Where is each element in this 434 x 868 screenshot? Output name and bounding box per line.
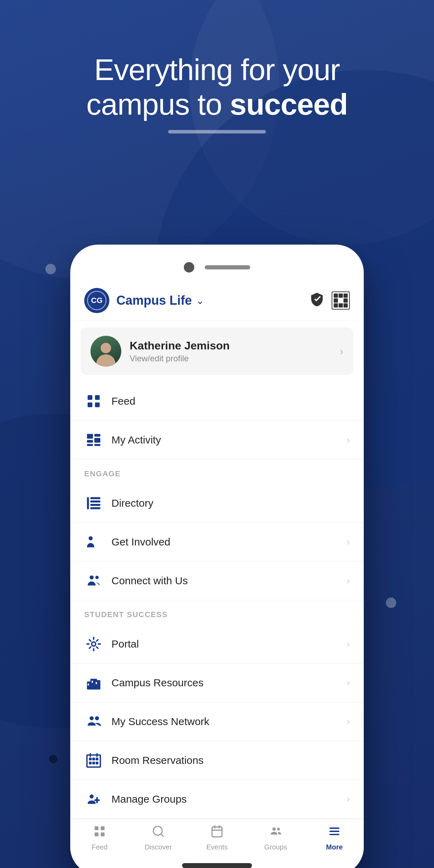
header-icons <box>309 291 350 310</box>
get-involved-label: Get Involved <box>111 536 347 548</box>
profile-subtitle: View/edit profile <box>130 354 340 363</box>
room-reservations-label: Room Reservations <box>111 754 350 766</box>
get-involved-chevron-icon: › <box>347 536 350 548</box>
svg-rect-5 <box>94 434 100 437</box>
connect-with-us-label: Connect with Us <box>111 575 347 587</box>
svg-rect-1 <box>95 395 100 400</box>
svg-rect-4 <box>87 434 93 439</box>
svg-rect-30 <box>89 762 92 765</box>
hero-section: Everything for your campus to succeed <box>0 52 434 133</box>
svg-rect-26 <box>87 755 100 767</box>
my-success-network-chevron-icon: › <box>347 716 350 727</box>
tab-feed-icon <box>93 825 106 841</box>
tab-more[interactable]: More <box>305 825 364 851</box>
shield-icon[interactable] <box>309 291 325 310</box>
home-indicator <box>182 863 252 868</box>
profile-card[interactable]: Katherine Jemison View/edit profile › <box>81 327 353 375</box>
svg-rect-6 <box>87 440 93 443</box>
directory-label: Directory <box>111 497 350 509</box>
speaker-bar <box>205 265 250 269</box>
app-name[interactable]: Campus Life <box>116 293 192 308</box>
my-activity-chevron-icon: › <box>347 434 350 446</box>
decoration-dot-3 <box>49 755 57 763</box>
qr-code-icon[interactable] <box>332 291 350 310</box>
svg-rect-3 <box>95 403 100 407</box>
svg-rect-2 <box>88 403 92 407</box>
tab-discover-icon <box>152 825 165 841</box>
get-involved-icon <box>84 533 103 551</box>
svg-rect-34 <box>95 826 99 830</box>
svg-rect-31 <box>92 762 95 765</box>
feed-label: Feed <box>111 395 350 407</box>
phone-screen: CG Campus Life ⌄ <box>70 245 364 868</box>
menu-item-manage-groups[interactable]: Manage Groups › <box>70 780 364 819</box>
svg-rect-9 <box>94 444 100 446</box>
svg-point-17 <box>92 642 96 646</box>
activity-icon <box>84 431 103 449</box>
profile-name: Katherine Jemison <box>130 339 340 352</box>
svg-rect-8 <box>87 444 93 446</box>
tab-feed[interactable]: Feed <box>70 825 129 851</box>
app-name-chevron-icon[interactable]: ⌄ <box>196 295 204 306</box>
hero-line1: Everything for your <box>94 53 340 86</box>
hero-line2: campus to succeed <box>86 87 348 121</box>
tab-more-icon <box>328 825 341 841</box>
student-success-section-header: STUDENT SUCCESS <box>70 600 364 625</box>
tab-groups[interactable]: Groups <box>246 825 305 851</box>
campus-resources-chevron-icon: › <box>347 677 350 688</box>
avatar <box>91 336 121 367</box>
svg-rect-32 <box>96 762 99 765</box>
profile-chevron-icon: › <box>340 345 343 358</box>
svg-rect-7 <box>94 438 100 442</box>
connect-icon <box>84 571 103 590</box>
menu-item-room-reservations[interactable]: Room Reservations <box>70 741 364 780</box>
svg-rect-43 <box>330 831 340 832</box>
menu-item-my-activity[interactable]: My Activity › <box>70 421 364 460</box>
svg-rect-42 <box>330 827 340 829</box>
svg-rect-36 <box>95 832 99 836</box>
svg-rect-10 <box>87 497 89 509</box>
svg-rect-11 <box>90 497 100 499</box>
phone-mockup: CG Campus Life ⌄ <box>70 245 364 868</box>
app-logo-inner: CG <box>87 291 107 310</box>
menu-item-directory[interactable]: Directory <box>70 484 364 523</box>
tab-discover[interactable]: Discover <box>129 825 188 851</box>
connect-with-us-chevron-icon: › <box>347 575 350 586</box>
svg-point-15 <box>90 576 94 580</box>
menu-item-feed[interactable]: Feed <box>70 382 364 421</box>
tab-events-icon <box>210 825 224 841</box>
hero-underline <box>168 130 266 133</box>
svg-point-24 <box>90 716 94 721</box>
tab-bar: Feed Discover <box>70 819 364 860</box>
svg-rect-20 <box>95 680 100 689</box>
svg-rect-28 <box>92 758 95 760</box>
portal-label: Portal <box>111 638 347 650</box>
tab-more-label: More <box>326 843 343 851</box>
svg-rect-39 <box>212 827 222 837</box>
svg-rect-14 <box>90 507 100 509</box>
tab-groups-icon <box>269 825 282 841</box>
directory-icon <box>84 494 103 513</box>
svg-rect-22 <box>92 681 93 683</box>
svg-rect-37 <box>101 832 104 836</box>
svg-rect-44 <box>330 834 340 835</box>
decoration-dot-1 <box>45 264 56 274</box>
menu-item-campus-resources[interactable]: Campus Resources › <box>70 664 364 702</box>
menu-item-portal[interactable]: Portal › <box>70 625 364 664</box>
profile-info: Katherine Jemison View/edit profile <box>130 339 340 363</box>
my-activity-label: My Activity <box>111 434 347 446</box>
menu-item-my-success-network[interactable]: My Success Network › <box>70 702 364 741</box>
svg-point-16 <box>95 576 99 579</box>
svg-rect-0 <box>88 395 92 400</box>
svg-rect-13 <box>90 504 100 506</box>
phone-notch <box>70 259 364 281</box>
svg-point-33 <box>90 795 94 799</box>
menu-item-get-involved[interactable]: Get Involved › <box>70 523 364 562</box>
tab-events[interactable]: Events <box>188 825 246 851</box>
svg-rect-12 <box>90 500 100 502</box>
menu-item-connect-with-us[interactable]: Connect with Us › <box>70 562 364 600</box>
tab-events-label: Events <box>206 843 227 851</box>
engage-section-header: ENGAGE <box>70 460 364 484</box>
tab-discover-label: Discover <box>145 843 172 851</box>
success-network-icon <box>84 712 103 731</box>
